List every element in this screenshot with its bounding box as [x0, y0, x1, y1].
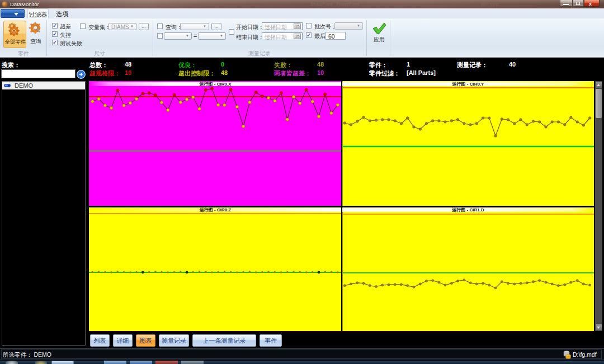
svg-text:运行图 - CIR0.Z: 运行图 - CIR0.Z	[199, 207, 232, 212]
svg-text:运行图 - CIR0.Y: 运行图 - CIR0.Y	[452, 82, 485, 87]
svg-text:运行图 - CIR1.D: 运行图 - CIR1.D	[451, 207, 484, 212]
svg-text:运行图 - CIR0.X: 运行图 - CIR0.X	[199, 82, 232, 87]
